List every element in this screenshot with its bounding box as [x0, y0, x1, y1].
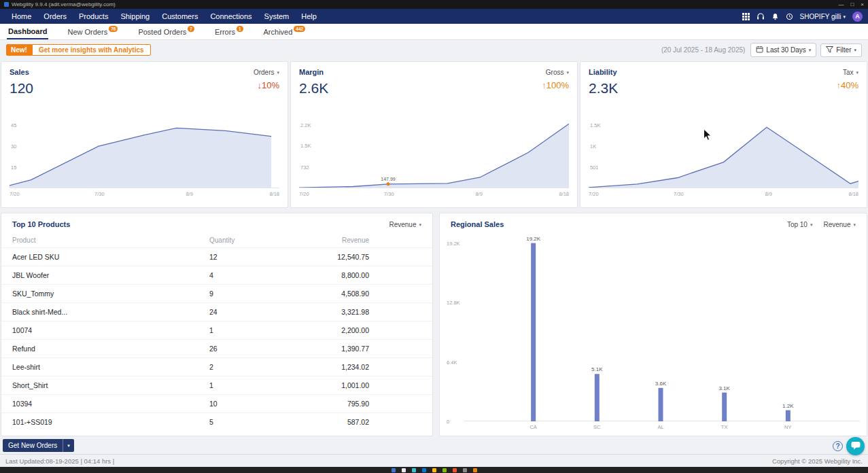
get-new-orders-button[interactable]: Get New Orders ▾	[3, 439, 74, 452]
taskbar-icon[interactable]	[453, 468, 457, 472]
get-new-orders-caret[interactable]: ▾	[63, 439, 74, 452]
sales-title: Sales	[10, 68, 29, 76]
margin-trend-chart: 147.992.2K1.5K7327/207/308/98/18	[299, 121, 569, 197]
taskbar-icon[interactable]	[412, 468, 416, 472]
margin-card: Margin Gross ▾ 2.6K ↑100% 147.992.2K1.5K…	[290, 61, 578, 208]
copyright-label: Copyright © 2025 Webgility Inc.	[772, 457, 863, 465]
apps-grid-icon[interactable]	[742, 13, 750, 20]
last-updated-label: Last Updated:08-19-2025 | 04:14 hrs |	[5, 457, 114, 465]
chat-button[interactable]	[846, 437, 865, 455]
product-quantity-cell: 5	[209, 418, 284, 426]
archived-badge: 442	[294, 26, 305, 32]
tab-bar: Dashboard New Orders 76 Posted Orders 7 …	[0, 24, 868, 40]
sales-delta: ↓10%	[257, 80, 279, 90]
product-revenue-cell: 2,200.00	[284, 326, 369, 334]
product-revenue-cell: 3,321.98	[284, 308, 369, 316]
product-quantity-cell: 26	[209, 345, 284, 353]
table-row[interactable]: 10074 1 2,200.00	[1, 321, 432, 339]
table-row[interactable]: 101-+SS019 5 587.02	[1, 413, 432, 431]
table-row[interactable]: SKU_Tommy 9 4,508.90	[1, 284, 432, 302]
nav-item[interactable]: Home	[5, 9, 37, 24]
windows-taskbar	[0, 467, 868, 473]
tab-new-orders[interactable]: New Orders 76	[66, 24, 119, 39]
tab-errors[interactable]: Errors 1	[213, 24, 245, 39]
app-icon	[4, 2, 9, 7]
taskbar-icon[interactable]	[432, 468, 436, 472]
nav-item[interactable]: Shipping	[114, 9, 156, 24]
taskbar-icon[interactable]	[402, 468, 406, 472]
minimize-button[interactable]: —	[838, 1, 844, 7]
selector-value: Revenue	[823, 221, 850, 228]
errors-badge: 1	[237, 26, 243, 32]
table-row[interactable]: 10394 10 795.90	[1, 394, 432, 413]
sales-metric-selector[interactable]: Orders ▾	[254, 69, 279, 76]
margin-delta: ↑100%	[542, 80, 569, 90]
sales-card: Sales Orders ▾ 120 ↓10% 4530157/207/308/…	[1, 61, 288, 208]
product-name-cell: 10074	[12, 326, 209, 334]
help-button[interactable]: ?	[833, 441, 843, 451]
nav-item[interactable]: Connections	[204, 9, 258, 24]
product-name-cell: Acer LED SKU	[12, 253, 209, 261]
regional-top-selector[interactable]: Top 10 ▾	[787, 221, 813, 228]
regional-metric-selector[interactable]: Revenue ▾	[823, 221, 856, 228]
chevron-down-icon: ▾	[856, 70, 858, 75]
table-row[interactable]: Black shirt-Med... 24 3,321.98	[1, 302, 432, 321]
taskbar-icon[interactable]	[442, 468, 447, 472]
products-table-body: Acer LED SKU 12 12,540.75 JBL Woofer 4 8…	[1, 247, 432, 431]
table-row[interactable]: Short_Shirt 1 1,001.00	[1, 376, 432, 394]
close-button[interactable]: ×	[861, 1, 864, 7]
selector-value: Gross	[546, 69, 564, 76]
table-row[interactable]: Refund 26 1,390.77	[1, 339, 432, 357]
product-name-cell: Refund	[12, 345, 209, 353]
calendar-icon	[756, 46, 763, 54]
nav-item[interactable]: System	[258, 9, 296, 24]
sales-trend-chart: 4530157/207/308/98/18	[10, 121, 279, 197]
date-range-selector[interactable]: Last 30 Days ▾	[750, 43, 816, 57]
nav-item[interactable]: Products	[73, 9, 114, 24]
maximize-button[interactable]: □	[850, 1, 854, 7]
nav-item[interactable]: Help	[295, 9, 323, 24]
margin-metric-selector[interactable]: Gross ▾	[546, 69, 569, 76]
store-selector[interactable]: SHOPIFY gilli ▾	[800, 13, 846, 20]
top-products-metric-selector[interactable]: Revenue ▾	[389, 221, 421, 228]
tab-archived[interactable]: Archived 442	[262, 24, 307, 39]
tab-dashboard[interactable]: Dashboard	[7, 24, 48, 39]
product-quantity-cell: 1	[209, 381, 284, 389]
product-quantity-cell: 1	[209, 326, 284, 334]
product-revenue-cell: 1,234.02	[284, 363, 369, 371]
filter-button[interactable]: Filter ▾	[820, 43, 862, 57]
table-row[interactable]: JBL Woofer 4 8,800.00	[1, 266, 432, 284]
product-revenue-cell: 12,540.75	[284, 253, 369, 261]
nav-item[interactable]: Orders	[37, 9, 73, 24]
webgility-window: Webgility 9.9.4 (adit.verma@webgility.co…	[0, 0, 868, 473]
chevron-down-icon: ▾	[419, 222, 421, 227]
selector-value: Tax	[843, 69, 854, 76]
user-avatar[interactable]: A	[852, 12, 863, 22]
sync-scheduler-icon[interactable]	[786, 13, 793, 20]
title-bar: Webgility 9.9.4 (adit.verma@webgility.co…	[0, 0, 868, 9]
tab-posted-orders[interactable]: Posted Orders 7	[137, 24, 196, 39]
product-quantity-cell: 9	[209, 290, 284, 298]
liability-delta: ↑40%	[836, 80, 858, 90]
selector-value: Orders	[254, 69, 275, 76]
support-headset-icon[interactable]	[757, 13, 765, 20]
taskbar-icon[interactable]	[422, 468, 426, 472]
new-orders-badge: 76	[109, 26, 118, 32]
tab-label: Errors	[215, 28, 235, 36]
taskbar-icon[interactable]	[463, 468, 467, 472]
column-product: Product	[12, 236, 209, 244]
notifications-bell-icon[interactable]	[771, 13, 779, 20]
table-row[interactable]: Acer LED SKU 12 12,540.75	[1, 247, 432, 266]
nav-item[interactable]: Customers	[156, 9, 204, 24]
table-row[interactable]: Lee-shirt 2 1,234.02	[1, 357, 432, 376]
chevron-down-icon: ▾	[277, 70, 279, 75]
product-name-cell: JBL Woofer	[12, 271, 209, 279]
get-new-orders-label: Get New Orders	[3, 439, 63, 452]
analytics-button[interactable]: Get more insights with Analytics	[32, 44, 151, 56]
liability-metric-selector[interactable]: Tax ▾	[843, 69, 858, 76]
window-title: Webgility 9.9.4 (adit.verma@webgility.co…	[12, 1, 116, 7]
tab-label: Posted Orders	[138, 28, 186, 36]
taskbar-icon[interactable]	[392, 468, 396, 472]
chevron-down-icon: ▾	[853, 222, 856, 227]
taskbar-icon[interactable]	[473, 468, 477, 472]
